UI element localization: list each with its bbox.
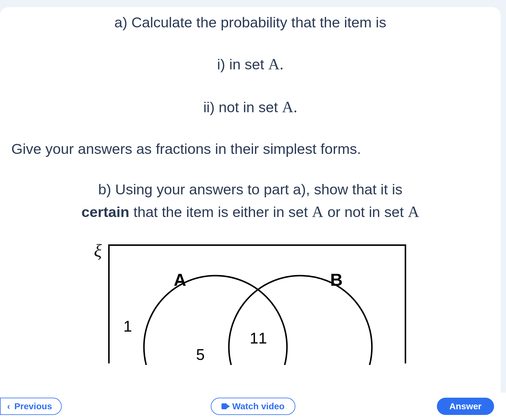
venn-outside-left: 1 <box>123 317 132 335</box>
set-a-b1: A <box>312 203 323 220</box>
set-a-b2: A <box>408 203 419 220</box>
part-a-i-prefix: i) in set <box>217 56 268 72</box>
part-b-mid1: that the item is either in set <box>129 204 312 220</box>
watch-video-label: Watch video <box>232 401 285 411</box>
venn-label-a: A <box>174 270 186 290</box>
venn-circles <box>110 246 408 365</box>
venn-diagram: ξ A B 1 5 11 <box>9 240 492 365</box>
universal-set-symbol: ξ <box>94 240 102 261</box>
simplest-forms-text: Give your answers as fractions in their … <box>9 139 492 159</box>
part-a-text: a) Calculate the probability that the it… <box>9 13 492 32</box>
answer-label: Answer <box>449 401 482 411</box>
previous-label: Previous <box>14 401 52 411</box>
part-a-ii-prefix: ii) not in set <box>203 99 282 115</box>
part-a-ii: ii) not in set A. <box>9 96 492 118</box>
part-b-mid2: or not in set <box>323 204 408 220</box>
venn-intersection: 11 <box>250 329 267 347</box>
bottom-toolbar: ‹ Previous Watch video Answer <box>0 393 506 420</box>
certain-word: certain <box>81 204 129 220</box>
chevron-left-icon: ‹ <box>7 401 10 411</box>
previous-button[interactable]: ‹ Previous <box>0 398 62 415</box>
set-a-i: A. <box>268 55 284 73</box>
part-b-line1: b) Using your answers to part a), show t… <box>9 179 492 199</box>
question-card: a) Calculate the probability that the it… <box>0 7 501 418</box>
venn-label-b: B <box>330 270 343 290</box>
part-a-i: i) in set A. <box>9 54 492 75</box>
answer-button[interactable]: Answer <box>437 398 494 415</box>
venn-bounding-box: A B 1 5 11 <box>108 244 406 363</box>
watch-video-button[interactable]: Watch video <box>211 398 295 415</box>
set-a-ii: A. <box>282 98 297 115</box>
part-b-line2: certain that the item is either in set A… <box>9 201 492 223</box>
video-icon <box>221 403 229 409</box>
venn-only-a: 5 <box>196 346 205 363</box>
